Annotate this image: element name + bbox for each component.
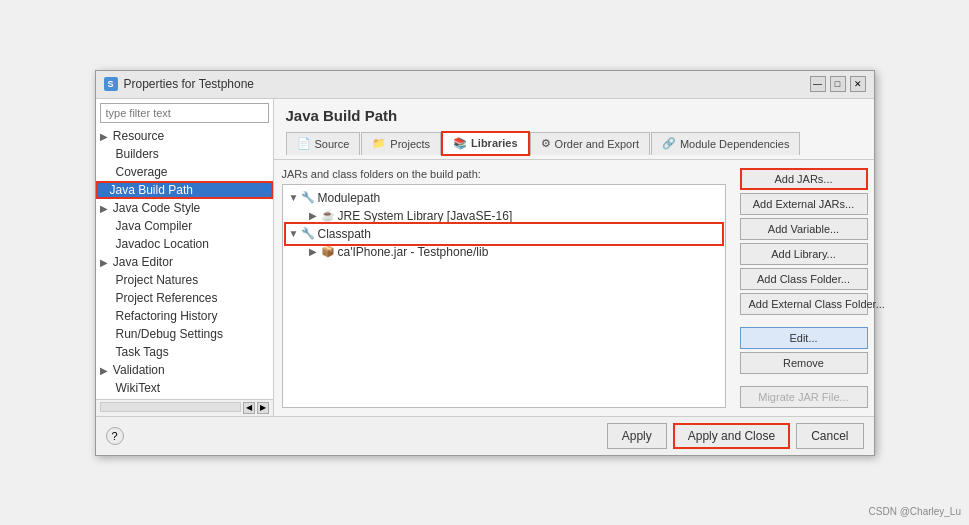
sidebar-item-validation[interactable]: ▶ Validation: [96, 361, 273, 379]
jre-label: JRE System Library [JavaSE-16]: [338, 209, 513, 223]
sidebar-item-javadoc-location[interactable]: Javadoc Location: [96, 235, 273, 253]
buttons-panel: Add JARs... Add External JARs... Add Var…: [734, 160, 874, 416]
module-dep-tab-icon: 🔗: [662, 137, 676, 150]
window-controls: — □ ✕: [810, 76, 866, 92]
migrate-jar-button[interactable]: Migrate JAR File...: [740, 386, 868, 408]
libraries-tab-icon: 📚: [453, 137, 467, 150]
source-tab-icon: 📄: [297, 137, 311, 150]
separator1: [740, 318, 868, 324]
apply-close-button[interactable]: Apply and Close: [673, 423, 790, 449]
close-button[interactable]: ✕: [850, 76, 866, 92]
order-export-tab-icon: ⚙: [541, 137, 551, 150]
filter-input[interactable]: [100, 103, 269, 123]
main-area: JARs and class folders on the build path…: [274, 160, 874, 416]
tab-module-dependencies[interactable]: 🔗 Module Dependencies: [651, 132, 800, 155]
sidebar-item-java-build-path[interactable]: Java Build Path: [96, 181, 273, 199]
add-library-button[interactable]: Add Library...: [740, 243, 868, 265]
tab-libraries[interactable]: 📚 Libraries: [442, 132, 528, 155]
toggle-caIPhone[interactable]: ▶: [309, 246, 321, 257]
tree-node-jre[interactable]: ▶ ☕ JRE System Library [JavaSE-16]: [307, 207, 721, 225]
sidebar: ▶ Resource Builders Coverage Java Build …: [96, 99, 274, 416]
tab-order-export[interactable]: ⚙ Order and Export: [530, 132, 650, 155]
content-panel: JARs and class folders on the build path…: [274, 160, 734, 416]
projects-tab-icon: 📁: [372, 137, 386, 150]
apply-button[interactable]: Apply: [607, 423, 667, 449]
build-path-tree[interactable]: ▼ 🔧 Modulepath ▶ ☕ JRE System Library [J…: [282, 184, 726, 408]
dialog-title: Properties for Testphone: [124, 77, 255, 91]
minimize-button[interactable]: —: [810, 76, 826, 92]
maximize-button[interactable]: □: [830, 76, 846, 92]
add-external-class-folder-button[interactable]: Add External Class Folder...: [740, 293, 868, 315]
edit-button[interactable]: Edit...: [740, 327, 868, 349]
sidebar-item-coverage[interactable]: Coverage: [96, 163, 273, 181]
jar-label: ca'IPhone.jar - Testphone/lib: [338, 245, 489, 259]
dialog-body: ▶ Resource Builders Coverage Java Build …: [96, 99, 874, 416]
add-jars-button[interactable]: Add JARs...: [740, 168, 868, 190]
add-variable-button[interactable]: Add Variable...: [740, 218, 868, 240]
cancel-button[interactable]: Cancel: [796, 423, 863, 449]
sidebar-item-java-compiler[interactable]: Java Compiler: [96, 217, 273, 235]
sidebar-item-wikitext[interactable]: WikiText: [96, 379, 273, 397]
sidebar-item-java-code-style[interactable]: ▶ Java Code Style: [96, 199, 273, 217]
add-class-folder-button[interactable]: Add Class Folder...: [740, 268, 868, 290]
main-title: Java Build Path: [286, 107, 862, 124]
content-label: JARs and class folders on the build path…: [282, 168, 726, 180]
modulepath-label: Modulepath: [318, 191, 381, 205]
toggle-modulepath[interactable]: ▼: [289, 192, 301, 203]
toggle-classpath[interactable]: ▼: [289, 228, 301, 239]
add-external-jars-button[interactable]: Add External JARs...: [740, 193, 868, 215]
tab-source[interactable]: 📄 Source: [286, 132, 361, 155]
tree-children-modulepath: ▶ ☕ JRE System Library [JavaSE-16]: [287, 207, 721, 225]
main-header: Java Build Path 📄 Source 📁 Projects 📚 Li…: [274, 99, 874, 160]
sidebar-scroll-right[interactable]: ▶: [257, 402, 269, 414]
classpath-label: Classpath: [318, 227, 371, 241]
classpath-icon: 🔧: [301, 227, 315, 240]
tab-projects[interactable]: 📁 Projects: [361, 132, 441, 155]
sidebar-item-refactoring-history[interactable]: Refactoring History: [96, 307, 273, 325]
main-content: Java Build Path 📄 Source 📁 Projects 📚 Li…: [274, 99, 874, 416]
sidebar-item-resource[interactable]: ▶ Resource: [96, 127, 273, 145]
dialog-footer: ? Apply Apply and Close Cancel: [96, 416, 874, 455]
separator2: [740, 377, 868, 383]
tree-node-modulepath[interactable]: ▼ 🔧 Modulepath: [287, 189, 721, 207]
sidebar-item-project-natures[interactable]: Project Natures: [96, 271, 273, 289]
jre-icon: ☕: [321, 209, 335, 222]
modulepath-icon: 🔧: [301, 191, 315, 204]
sidebar-item-builders[interactable]: Builders: [96, 145, 273, 163]
jar-icon: 📦: [321, 245, 335, 258]
tabs: 📄 Source 📁 Projects 📚 Libraries ⚙ Order …: [286, 132, 862, 155]
tree-children-classpath: ▶ 📦 ca'IPhone.jar - Testphone/lib: [287, 243, 721, 261]
sidebar-item-project-references[interactable]: Project References: [96, 289, 273, 307]
toggle-jre[interactable]: ▶: [309, 210, 321, 221]
tree-node-classpath[interactable]: ▼ 🔧 Classpath: [287, 225, 721, 243]
remove-button[interactable]: Remove: [740, 352, 868, 374]
tree-node-caIPhone[interactable]: ▶ 📦 ca'IPhone.jar - Testphone/lib: [307, 243, 721, 261]
sidebar-item-task-tags[interactable]: Task Tags: [96, 343, 273, 361]
dialog-icon: S: [104, 77, 118, 91]
sidebar-item-java-editor[interactable]: ▶ Java Editor: [96, 253, 273, 271]
watermark: CSDN @Charley_Lu: [869, 506, 961, 517]
help-button[interactable]: ?: [106, 427, 124, 445]
sidebar-item-run-debug-settings[interactable]: Run/Debug Settings: [96, 325, 273, 343]
sidebar-scroll-left[interactable]: ◀: [243, 402, 255, 414]
properties-dialog: S Properties for Testphone — □ ✕ ▶ Resou…: [95, 70, 875, 456]
title-bar: S Properties for Testphone — □ ✕: [96, 71, 874, 99]
